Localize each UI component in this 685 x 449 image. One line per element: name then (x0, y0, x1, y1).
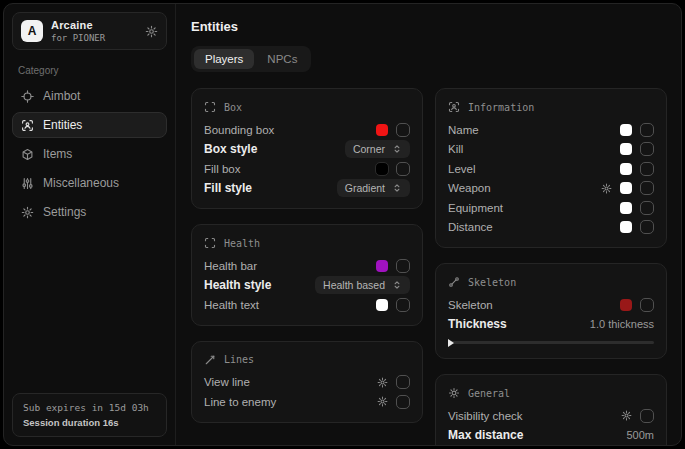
color-swatch[interactable] (620, 221, 632, 233)
card-title: Information (468, 102, 534, 113)
setting-label: Health text (204, 299, 259, 311)
person-scan-icon (21, 119, 34, 132)
color-swatch[interactable] (376, 299, 388, 311)
sliders-icon (21, 177, 34, 190)
card-title: Lines (224, 354, 254, 365)
setting-label: Line to enemy (204, 396, 276, 408)
slider-thumb[interactable] (448, 339, 454, 347)
settings-gear-icon[interactable] (145, 25, 158, 38)
checkbox[interactable] (640, 123, 654, 137)
setting-label: Level (448, 163, 476, 175)
setting-label: Name (448, 124, 479, 136)
tab-players[interactable]: Players (194, 49, 254, 69)
sidebar-item-aimbot[interactable]: Aimbot (12, 83, 167, 109)
card-general-header: General (448, 383, 654, 403)
setting-label: Bounding box (204, 124, 274, 136)
card-lines-header: Lines (204, 350, 410, 370)
fill-style-dropdown[interactable]: Gradient (337, 179, 410, 197)
slider-value: 500m (626, 429, 654, 441)
checkbox[interactable] (396, 395, 410, 409)
card-skeleton: Skeleton Skeleton Thickness 1.0 thicknes… (435, 263, 667, 359)
setting-row-view-line: View line (204, 373, 410, 393)
color-swatch[interactable] (620, 182, 632, 194)
sidebar-item-label: Settings (43, 205, 86, 219)
setting-row-weapon: Weapon (448, 179, 654, 199)
slider-value: 1.0 thickness (590, 318, 654, 330)
color-swatch[interactable] (376, 124, 388, 136)
main-content: Entities Players NPCs Box Bounding box (176, 4, 681, 445)
setting-row-line-to-enemy: Line to enemy (204, 392, 410, 412)
setting-row-fill-style: Fill style Gradient (204, 179, 410, 199)
checkbox[interactable] (396, 375, 410, 389)
entity-tabs: Players NPCs (191, 46, 311, 72)
checkbox[interactable] (640, 162, 654, 176)
setting-label: Visibility check (448, 410, 523, 422)
sidebar-item-items[interactable]: Items (12, 141, 167, 167)
card-title: Health (224, 238, 260, 249)
color-swatch[interactable] (620, 299, 632, 311)
sidebar-nav: Aimbot Entities Items Miscellaneous (12, 83, 167, 225)
row-settings-gear-icon[interactable] (621, 410, 632, 421)
setting-label: Box style (204, 142, 257, 156)
row-settings-gear-icon[interactable] (377, 377, 388, 388)
setting-label: Fill box (204, 163, 240, 175)
setting-row-name: Name (448, 120, 654, 140)
card-box: Box Bounding box Box style Corner (191, 88, 423, 209)
dropdown-value: Corner (353, 143, 385, 155)
color-swatch[interactable] (620, 163, 632, 175)
sidebar-item-settings[interactable]: Settings (12, 199, 167, 225)
setting-label: Health style (204, 278, 271, 292)
card-health-header: Health (204, 233, 410, 253)
setting-label: Skeleton (448, 299, 493, 311)
checkbox[interactable] (640, 409, 654, 423)
color-swatch[interactable] (620, 143, 632, 155)
right-column: Information Name Kill (435, 88, 667, 445)
setting-row-fill-box: Fill box (204, 159, 410, 179)
sidebar-item-miscellaneous[interactable]: Miscellaneous (12, 170, 167, 196)
session-duration-text: Session duration 16s (23, 417, 156, 428)
card-title: Skeleton (468, 277, 516, 288)
card-general: General Visibility check Max distance (435, 374, 667, 445)
checkbox[interactable] (640, 220, 654, 234)
checkbox[interactable] (640, 298, 654, 312)
settings-columns: Box Bounding box Box style Corner (191, 88, 667, 445)
checkbox[interactable] (396, 162, 410, 176)
checkbox[interactable] (640, 201, 654, 215)
color-swatch[interactable] (376, 163, 388, 175)
checkbox[interactable] (396, 123, 410, 137)
tab-npcs[interactable]: NPCs (256, 49, 308, 69)
checkbox[interactable] (640, 181, 654, 195)
sidebar-item-entities[interactable]: Entities (12, 112, 167, 138)
setting-row-visibility-check: Visibility check (448, 406, 654, 426)
brand-text: Arcaine for PIONER (51, 19, 105, 43)
setting-row-thickness: Thickness 1.0 thickness (448, 315, 654, 335)
setting-label: Distance (448, 221, 493, 233)
sidebar-item-label: Items (43, 147, 72, 161)
setting-label: Thickness (448, 317, 507, 331)
color-swatch[interactable] (376, 260, 388, 272)
dropdown-value: Gradient (345, 182, 385, 194)
person-scan-icon (448, 101, 460, 113)
health-style-dropdown[interactable]: Health based (315, 276, 410, 294)
setting-label: Kill (448, 143, 463, 155)
row-settings-gear-icon[interactable] (377, 396, 388, 407)
color-swatch[interactable] (620, 202, 632, 214)
checkbox[interactable] (396, 259, 410, 273)
box-style-dropdown[interactable]: Corner (345, 140, 410, 158)
setting-row-kill: Kill (448, 140, 654, 160)
setting-row-health-bar: Health bar (204, 256, 410, 276)
row-settings-gear-icon[interactable] (601, 183, 612, 194)
unfold-icon (392, 280, 402, 290)
cube-icon (21, 148, 34, 161)
setting-row-skeleton: Skeleton (448, 295, 654, 315)
checkbox[interactable] (396, 298, 410, 312)
thickness-slider[interactable] (448, 337, 654, 348)
checkbox[interactable] (640, 142, 654, 156)
bone-icon (448, 276, 460, 288)
setting-label: Health bar (204, 260, 257, 272)
setting-row-level: Level (448, 159, 654, 179)
color-swatch[interactable] (620, 124, 632, 136)
sidebar: A Arcaine for PIONER Category Aimbot (4, 4, 176, 445)
card-information-header: Information (448, 97, 654, 117)
card-health: Health Health bar Health style Health ba… (191, 224, 423, 326)
